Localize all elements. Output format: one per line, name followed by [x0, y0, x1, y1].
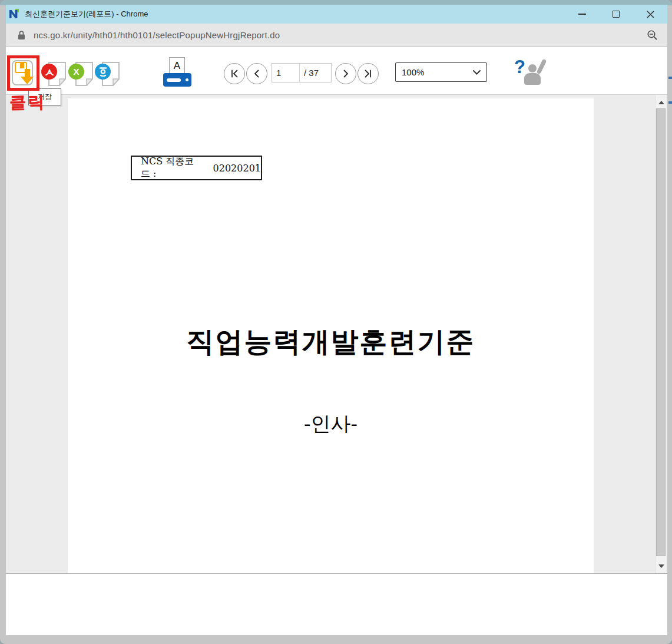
last-page-button[interactable] [357, 63, 379, 84]
excel-export-button[interactable]: X [68, 61, 93, 87]
window-body: 최신훈련기준보기(레포트) - Chrome ncs.go.kr/unity/h… [6, 5, 667, 635]
excel-icon: X [68, 64, 84, 80]
chevron-down-icon [473, 70, 481, 75]
next-page-button[interactable] [335, 63, 356, 84]
prev-page-button[interactable] [246, 63, 267, 84]
ncs-code-label: NCS 직종코드 : [141, 156, 196, 180]
close-button[interactable] [645, 9, 656, 19]
vertical-scrollbar[interactable] [655, 95, 666, 573]
pdf-export-button[interactable] [41, 61, 66, 87]
chevron-right-icon [341, 69, 350, 78]
hwp-export-button[interactable] [95, 61, 120, 87]
window-title: 최신훈련기준보기(레포트) - Chrome [25, 9, 148, 19]
report-subtitle: -인사- [68, 411, 594, 438]
annotation-highlight-box [7, 55, 39, 91]
popup-window: 최신훈련기준보기(레포트) - Chrome ncs.go.kr/unity/h… [0, 0, 672, 644]
page-bottom-whitespace [6, 573, 667, 635]
hwp-icon [95, 64, 111, 80]
report-toolbar: X A [6, 47, 667, 95]
print-button[interactable]: A [163, 57, 191, 89]
report-title: 직업능력개발훈련기준 [68, 323, 594, 361]
report-viewer: NCS 직종코드 : 02020201 직업능력개발훈련기준 -인사- [6, 95, 667, 573]
scroll-marker-tick [668, 101, 672, 104]
page-number-input[interactable] [272, 64, 299, 82]
report-page: NCS 직종코드 : 02020201 직업능력개발훈련기준 -인사- [68, 98, 594, 573]
chevron-left-icon [252, 69, 261, 78]
url-text: ncs.go.kr/unity/hth01/hth0101/selectPopu… [34, 30, 280, 40]
pdf-icon [41, 64, 57, 80]
ncs-favicon-icon [8, 8, 20, 20]
print-icon [163, 73, 191, 87]
title-bar[interactable]: 최신훈련기준보기(레포트) - Chrome [6, 5, 667, 24]
scroll-up-button[interactable] [656, 97, 667, 107]
first-page-icon [230, 69, 239, 78]
scroll-marker-tick [668, 77, 672, 79]
first-page-button[interactable] [224, 63, 245, 84]
ncs-code-box: NCS 직종코드 : 02020201 [131, 156, 262, 180]
page-total-label: / 37 [299, 64, 331, 82]
lock-icon [18, 30, 25, 40]
close-icon [646, 10, 655, 19]
last-page-icon [363, 69, 373, 78]
minimize-button[interactable] [577, 9, 587, 19]
scrollbar-thumb[interactable] [656, 108, 666, 556]
arrow-down-icon [658, 564, 664, 568]
ncs-code-value: 02020201 [213, 163, 261, 174]
zoom-level-value: 100% [402, 67, 424, 77]
question-mark-icon: ? [514, 58, 525, 76]
maximize-icon [613, 11, 620, 18]
zoom-level-select[interactable]: 100% [395, 62, 487, 82]
print-page-icon: A [169, 57, 185, 75]
maximize-button[interactable] [611, 9, 621, 19]
annotation-click-label: 클릭 [9, 91, 47, 114]
minimize-icon [578, 14, 586, 15]
page-zoom-icon[interactable] [647, 29, 658, 41]
address-bar[interactable]: ncs.go.kr/unity/hth01/hth0101/selectPopu… [6, 24, 667, 47]
scroll-down-button[interactable] [656, 561, 667, 571]
arrow-up-icon [658, 101, 664, 104]
help-button[interactable]: ? [514, 58, 546, 88]
help-person-icon [537, 59, 547, 74]
window-controls [577, 9, 667, 19]
page-number-box: / 37 [272, 63, 332, 82]
